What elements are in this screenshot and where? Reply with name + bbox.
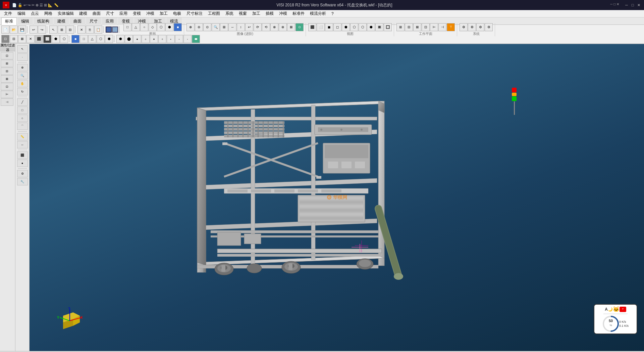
view-btn5[interactable]: ⬟ bbox=[342, 23, 350, 31]
filter-icon7[interactable]: ⊣ bbox=[1, 98, 13, 106]
img-btn3[interactable]: ⊙ bbox=[203, 23, 211, 31]
tb2-3d1[interactable]: ⬣ bbox=[116, 35, 124, 43]
menu-stamping[interactable]: 冲模 bbox=[276, 10, 290, 17]
menu-help[interactable]: ? bbox=[329, 11, 336, 17]
tb2-shape5[interactable]: ⬢ bbox=[105, 35, 113, 43]
tb2-btn8[interactable]: ⬠ bbox=[60, 35, 68, 43]
sys-btn4[interactable]: ⚙ bbox=[485, 23, 493, 31]
open-file-btn[interactable]: 📂 bbox=[10, 26, 18, 34]
img-btn7[interactable]: ↕ bbox=[237, 23, 245, 31]
tool-point[interactable]: · bbox=[17, 53, 28, 61]
tb2-3d9[interactable]: ⬫ bbox=[183, 35, 192, 43]
menu-dim[interactable]: 尺寸 bbox=[103, 10, 117, 17]
shape-btn7[interactable]: ■ bbox=[174, 23, 182, 31]
tool-measure[interactable]: 📏 bbox=[17, 133, 28, 140]
wp-btn7[interactable]: ⊤ bbox=[447, 23, 455, 31]
menu-drawing[interactable]: 工程图 bbox=[205, 10, 223, 17]
tb2-btn1[interactable]: ⊡ bbox=[1, 35, 9, 43]
view-btn10[interactable]: 🔲 bbox=[384, 23, 392, 31]
img-btn12[interactable]: ⊛ bbox=[279, 23, 287, 31]
save-btn[interactable]: 💾 bbox=[18, 26, 26, 34]
wp-btn6[interactable]: ⊣ bbox=[438, 23, 446, 31]
wp-btn1[interactable]: ⊞ bbox=[396, 23, 405, 31]
filter-icon5[interactable]: ⊡ bbox=[1, 83, 13, 90]
tab-apply[interactable]: 应用 bbox=[102, 17, 117, 25]
view-btn4[interactable]: ◻ bbox=[333, 23, 341, 31]
menu-surface[interactable]: 曲面 bbox=[90, 10, 103, 17]
tool-circle[interactable]: ○ bbox=[17, 115, 28, 122]
tool-extra2[interactable]: 🔧 bbox=[17, 178, 28, 185]
undo-btn[interactable]: ↩ bbox=[30, 26, 38, 34]
menu-standard-parts[interactable]: 标准件 bbox=[290, 10, 307, 17]
tb2-btn3[interactable]: ⊠ bbox=[18, 35, 26, 43]
view-btn1[interactable]: ⬛ bbox=[308, 23, 316, 31]
menu-mold[interactable]: 变模 bbox=[130, 10, 144, 17]
img-btn8[interactable]: ↩ bbox=[245, 23, 253, 31]
tb2-btn7[interactable]: ⬟ bbox=[52, 35, 60, 43]
new-file-btn[interactable]: 📄 bbox=[1, 26, 9, 34]
img-btn2[interactable]: ⊖ bbox=[195, 23, 203, 31]
tool-cube[interactable]: ⬛ bbox=[17, 151, 28, 159]
view-btn3[interactable]: ◼ bbox=[325, 23, 333, 31]
tool-sphere[interactable]: ● bbox=[17, 160, 28, 167]
tb2-3d7[interactable]: ⬩ bbox=[167, 35, 175, 43]
tool-extra1[interactable]: ⚙ bbox=[17, 170, 28, 177]
menu-machining[interactable]: 加工 bbox=[250, 10, 263, 17]
tb2-3d3[interactable]: ⬥ bbox=[133, 35, 141, 43]
img-btn1[interactable]: ⊕ bbox=[186, 23, 195, 31]
wp-btn5[interactable]: ⊢ bbox=[430, 23, 438, 31]
tab-surface[interactable]: 曲面 bbox=[70, 17, 85, 25]
select-btn[interactable]: ↖ bbox=[49, 26, 57, 34]
select-all-btn[interactable]: ⊞ bbox=[58, 26, 66, 34]
menu-annotation[interactable]: 尺寸标注 bbox=[184, 10, 205, 17]
img-btn11[interactable]: ⊗ bbox=[270, 23, 278, 31]
menu-system[interactable]: 系统 bbox=[223, 10, 236, 17]
tb2-green[interactable]: ⬬ bbox=[192, 35, 200, 43]
shape-btn1[interactable]: □ bbox=[123, 23, 131, 31]
tool-dim[interactable]: ↔ bbox=[17, 141, 28, 148]
view-btn2[interactable]: ⬜ bbox=[317, 23, 325, 31]
img-btn9[interactable]: ⟳ bbox=[254, 23, 262, 31]
wp-btn3[interactable]: ⊠ bbox=[413, 23, 421, 31]
tool-rotate[interactable]: ↻ bbox=[17, 88, 28, 95]
redo-btn[interactable]: ↪ bbox=[38, 26, 46, 34]
menu-model[interactable]: 建模 bbox=[76, 10, 90, 17]
view-btn8[interactable]: ⬢ bbox=[367, 23, 375, 31]
tool-arc[interactable]: ⌒ bbox=[17, 123, 28, 130]
delete-btn[interactable]: ✕ bbox=[77, 26, 86, 34]
view-btn7[interactable]: ⬡ bbox=[359, 23, 367, 31]
tb2-3d5[interactable]: ⬧ bbox=[150, 35, 158, 43]
layer2-box[interactable] bbox=[112, 27, 118, 33]
menu-apply[interactable]: 应用 bbox=[117, 10, 130, 17]
tool-zoom-fit[interactable]: ⊕ bbox=[17, 64, 28, 71]
shape-btn3[interactable]: ○ bbox=[140, 23, 148, 31]
tab-modeling[interactable]: 建模 bbox=[54, 17, 69, 25]
sys-btn1[interactable]: ⚙ bbox=[460, 23, 468, 31]
img-btn5[interactable]: ⊞ bbox=[220, 23, 228, 31]
tb2-btn4[interactable]: ✕ bbox=[26, 35, 35, 43]
wp-btn4[interactable]: ⊡ bbox=[422, 23, 430, 31]
shape-btn6[interactable]: ⬢ bbox=[165, 23, 173, 31]
menu-pointcloud[interactable]: 点云 bbox=[28, 10, 42, 17]
img-btn13[interactable]: ⊠ bbox=[287, 23, 295, 31]
menu-mesh[interactable]: 网格 bbox=[42, 10, 55, 17]
viewport-3d[interactable]: ⚙ 华模网 X Y Z A bbox=[30, 44, 644, 351]
shape-btn5[interactable]: ⬡ bbox=[157, 23, 165, 31]
paste-btn[interactable]: 📋 bbox=[94, 26, 102, 34]
sys-btn2[interactable]: ⚙ bbox=[468, 23, 476, 31]
minimize-button[interactable]: ─ bbox=[624, 2, 629, 8]
wp-btn2[interactable]: ⊟ bbox=[405, 23, 413, 31]
img-btn4[interactable]: 🔍 bbox=[212, 23, 220, 31]
img-btn6[interactable]: ↔ bbox=[228, 23, 236, 31]
tab-wireframe[interactable]: 线架构 bbox=[34, 17, 53, 25]
filter-icon6[interactable]: ⊢ bbox=[1, 91, 13, 98]
menu-cam[interactable]: 加工 bbox=[157, 10, 170, 17]
tool-rect[interactable]: □ bbox=[17, 106, 28, 114]
tool-line[interactable]: ╱ bbox=[17, 98, 28, 106]
tb2-btn2[interactable]: ⊟ bbox=[10, 35, 18, 43]
view-btn6[interactable]: ⬠ bbox=[350, 23, 358, 31]
filter-icon1[interactable]: ⊡ bbox=[1, 52, 13, 59]
widget-red-btn[interactable]: T bbox=[620, 307, 626, 312]
tb2-3d6[interactable]: ⬨ bbox=[158, 35, 166, 43]
menu-mold-flow[interactable]: 模流分析 bbox=[307, 10, 329, 17]
